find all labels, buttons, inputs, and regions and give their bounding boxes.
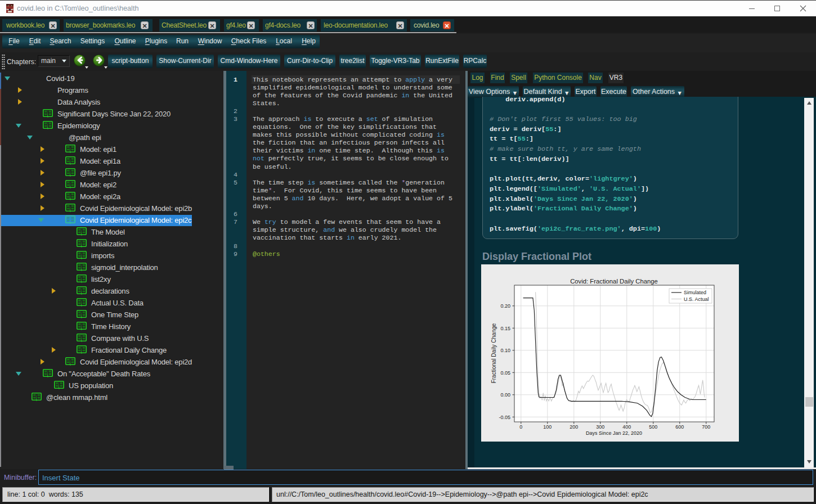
svg-text:Simulated: Simulated [684,290,706,295]
svg-text:100: 100 [543,424,552,430]
svg-text:0.20: 0.20 [500,303,510,309]
svg-text:0: 0 [519,424,522,430]
svg-text:Covid: Fractional Daily Change: Covid: Fractional Daily Change [570,278,658,285]
svg-text:0.10: 0.10 [500,348,510,353]
svg-text:0.15: 0.15 [500,326,510,331]
svg-text:600: 600 [675,424,684,430]
svg-text:400: 400 [622,424,631,430]
svg-text:200: 200 [570,424,578,430]
svg-text:Days Since Jan 22, 2020: Days Since Jan 22, 2020 [586,430,642,436]
svg-text:700: 700 [702,424,710,430]
svg-text:-0.05: -0.05 [499,415,510,420]
svg-text:0.05: 0.05 [500,370,510,376]
svg-text:500: 500 [649,424,657,430]
svg-text:U.S. Actual: U.S. Actual [684,296,709,302]
svg-text:0.00: 0.00 [500,392,510,398]
svg-text:300: 300 [596,424,604,430]
svg-text:Fractional Daily Change: Fractional Daily Change [491,323,497,383]
